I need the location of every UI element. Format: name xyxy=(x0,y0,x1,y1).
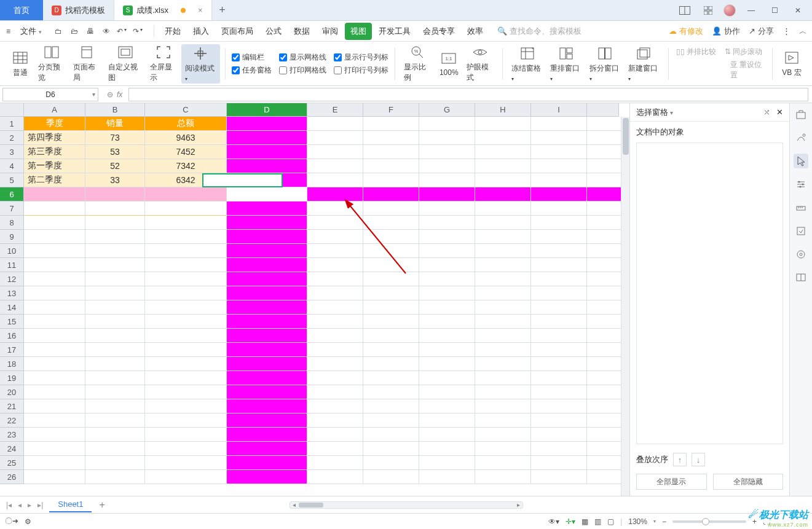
empty-cell[interactable] xyxy=(531,258,587,272)
prev-sheet-icon[interactable]: ◂ xyxy=(15,500,24,511)
zoom-value[interactable]: 130% xyxy=(628,517,647,526)
empty-cell[interactable] xyxy=(227,300,307,315)
empty-cell[interactable] xyxy=(363,117,419,131)
empty-cell[interactable] xyxy=(227,470,307,484)
zoom-out-fx-icon[interactable]: ⊖ xyxy=(107,90,113,99)
move-up-button[interactable]: ↑ xyxy=(673,453,687,466)
empty-cell[interactable] xyxy=(227,399,307,413)
empty-cell[interactable] xyxy=(475,343,531,357)
spreadsheet-grid[interactable]: ABCDEFGHI 123456789101112131415161718192… xyxy=(0,103,630,496)
collapse-ribbon-icon[interactable]: ︿ xyxy=(799,26,807,37)
empty-cell[interactable] xyxy=(307,230,363,244)
column-header-G[interactable]: G xyxy=(419,103,475,117)
row-header-13[interactable]: 13 xyxy=(0,286,24,300)
view-fullscreen-button[interactable]: 全屏显示 xyxy=(146,43,181,84)
empty-cell[interactable] xyxy=(85,385,145,399)
row-header-2[interactable]: 2 xyxy=(0,131,24,145)
empty-cell[interactable] xyxy=(307,258,363,272)
column-header-H[interactable]: H xyxy=(475,103,531,117)
empty-cell[interactable] xyxy=(145,470,227,484)
new-tab-button[interactable]: + xyxy=(212,0,233,20)
empty-cell[interactable] xyxy=(307,470,363,484)
row-header-6[interactable]: 6 xyxy=(0,187,24,202)
empty-cell[interactable] xyxy=(145,371,227,385)
column-header-I[interactable]: I xyxy=(531,103,587,117)
check-formula-bar[interactable]: 编辑栏 xyxy=(232,52,272,63)
row-header-10[interactable]: 10 xyxy=(0,244,24,258)
row-header-9[interactable]: 9 xyxy=(0,230,24,244)
empty-cell[interactable] xyxy=(24,399,85,413)
zoom-in-icon[interactable]: + xyxy=(752,517,757,526)
check-print-grid[interactable]: 打印网格线 xyxy=(279,65,326,76)
empty-cell[interactable] xyxy=(475,272,531,286)
backup-icon[interactable] xyxy=(794,224,808,238)
ribbon-tab-视图[interactable]: 视图 xyxy=(345,23,372,40)
column-header-D[interactable]: D xyxy=(227,103,307,117)
empty-cell[interactable] xyxy=(145,329,227,343)
ribbon-tab-效率[interactable]: 效率 xyxy=(462,23,489,40)
empty-cell[interactable] xyxy=(85,258,145,272)
empty-cell[interactable] xyxy=(145,385,227,399)
empty-cell[interactable] xyxy=(475,442,531,456)
empty-cell[interactable] xyxy=(475,428,531,442)
empty-cell[interactable] xyxy=(145,258,227,272)
layout-view-icon[interactable]: ▢ xyxy=(607,517,614,526)
empty-cell[interactable] xyxy=(419,329,475,343)
zoom-100-button[interactable]: 1:1100% xyxy=(435,49,463,78)
view-normal-button[interactable]: 普通 xyxy=(6,49,34,79)
property-icon[interactable] xyxy=(794,247,808,262)
modified-indicator[interactable]: ☁有修改 xyxy=(669,26,703,37)
freeze-panes-button[interactable]: *冻结窗格 ▾ xyxy=(508,44,546,84)
ruler-icon[interactable] xyxy=(794,200,808,215)
empty-cell[interactable] xyxy=(24,272,85,286)
empty-cell[interactable] xyxy=(475,371,531,385)
empty-cell[interactable] xyxy=(475,413,531,428)
empty-cell[interactable] xyxy=(419,343,475,357)
empty-cell[interactable] xyxy=(531,413,587,428)
empty-cell[interactable] xyxy=(307,145,363,159)
empty-cell[interactable] xyxy=(475,385,531,399)
empty-cell[interactable] xyxy=(24,244,85,258)
empty-cell[interactable] xyxy=(307,159,363,173)
empty-cell[interactable] xyxy=(419,173,475,187)
empty-cell[interactable] xyxy=(307,442,363,456)
empty-cell[interactable] xyxy=(363,272,419,286)
empty-cell[interactable] xyxy=(475,131,531,145)
empty-cell[interactable] xyxy=(475,216,531,230)
zoom-slider[interactable] xyxy=(672,520,746,523)
view-reading-button[interactable]: 阅读模式 ▾ xyxy=(181,44,221,84)
minimize-button[interactable]: — xyxy=(743,2,759,18)
row-header-1[interactable]: 1 xyxy=(0,117,24,131)
zoom-out-icon[interactable]: − xyxy=(662,517,666,526)
empty-cell[interactable] xyxy=(475,159,531,173)
empty-cell[interactable] xyxy=(145,413,227,428)
ribbon-tab-开发工具[interactable]: 开发工具 xyxy=(373,23,416,40)
close-icon[interactable]: × xyxy=(198,6,203,15)
empty-cell[interactable] xyxy=(85,286,145,300)
empty-cell[interactable] xyxy=(419,286,475,300)
empty-cell[interactable] xyxy=(85,300,145,315)
empty-cell[interactable] xyxy=(307,329,363,343)
undo-icon[interactable]: ↶▾ xyxy=(117,27,128,36)
empty-cell[interactable] xyxy=(475,399,531,413)
empty-cell[interactable] xyxy=(307,300,363,315)
command-search[interactable]: 🔍 查找命令、搜索模板 xyxy=(497,26,581,37)
empty-cell[interactable] xyxy=(475,187,531,202)
empty-cell[interactable] xyxy=(419,470,475,484)
empty-cell[interactable] xyxy=(419,244,475,258)
empty-cell[interactable] xyxy=(24,456,85,470)
empty-cell[interactable] xyxy=(307,173,363,187)
check-taskpane[interactable]: 任务窗格 xyxy=(232,65,272,76)
vertical-scrollbar[interactable] xyxy=(621,117,629,496)
empty-cell[interactable] xyxy=(227,357,307,371)
empty-cell[interactable] xyxy=(363,385,419,399)
empty-cell[interactable] xyxy=(227,216,307,230)
help-icon[interactable] xyxy=(794,270,808,285)
empty-cell[interactable] xyxy=(85,230,145,244)
empty-cell[interactable] xyxy=(475,357,531,371)
empty-cell[interactable] xyxy=(419,117,475,131)
empty-cell[interactable] xyxy=(363,399,419,413)
empty-cell[interactable] xyxy=(475,145,531,159)
empty-cell[interactable] xyxy=(363,470,419,484)
empty-cell[interactable] xyxy=(531,442,587,456)
